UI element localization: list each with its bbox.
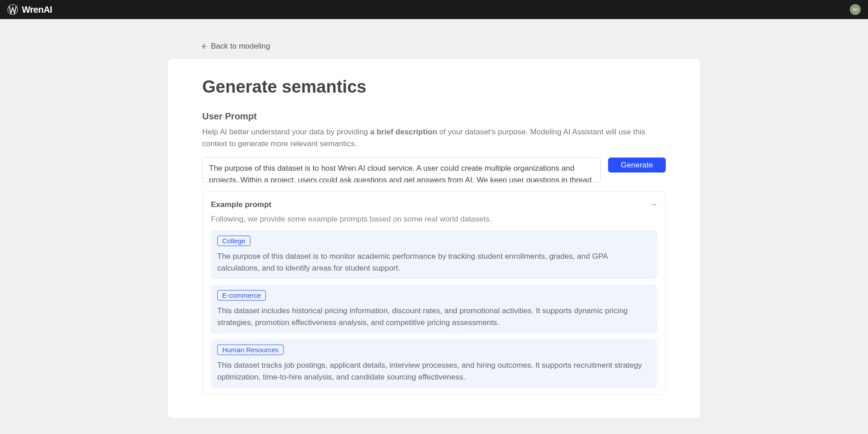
example-tag: College [217, 236, 250, 246]
back-to-modeling-link[interactable]: Back to modeling [168, 42, 700, 51]
example-text: This dataset includes historical pricing… [217, 305, 651, 328]
example-tag: E-commerce [217, 290, 266, 301]
example-item-college[interactable]: College The purpose of this dataset is t… [211, 230, 657, 279]
example-header: Example prompt [211, 200, 657, 209]
wren-logo-icon [7, 4, 18, 15]
main-card: Generate semantics User Prompt Help AI b… [168, 59, 700, 418]
arrow-left-icon [201, 43, 207, 49]
logo-text: WrenAI [22, 5, 52, 15]
generate-button[interactable]: Generate [608, 158, 666, 173]
example-prompt-title: Example prompt [211, 200, 271, 209]
user-prompt-description: Help AI better understand your data by p… [202, 126, 666, 149]
example-text: This dataset tracks job postings, applic… [217, 360, 651, 383]
page-title: Generate semantics [202, 77, 666, 97]
example-prompt-panel: Example prompt Following, we provide som… [202, 192, 666, 395]
back-link-label: Back to modeling [211, 42, 270, 51]
avatar-initials: WI [853, 7, 858, 12]
svg-point-0 [8, 5, 18, 15]
example-item-hr[interactable]: Human Resources This dataset tracks job … [211, 339, 657, 388]
app-header: WrenAI WI [0, 0, 868, 19]
minus-icon[interactable] [651, 202, 657, 208]
main-container: Back to modeling Generate semantics User… [168, 19, 700, 434]
example-text: The purpose of this dataset is to monito… [217, 251, 651, 274]
logo-section[interactable]: WrenAI [7, 4, 52, 15]
user-prompt-input[interactable] [202, 158, 601, 182]
example-tag: Human Resources [217, 345, 284, 355]
prompt-input-row: Generate [202, 158, 666, 182]
example-item-ecommerce[interactable]: E-commerce This dataset includes histori… [211, 285, 657, 334]
user-prompt-title: User Prompt [202, 111, 666, 122]
user-avatar[interactable]: WI [850, 4, 861, 15]
example-subdescription: Following, we provide some example promp… [211, 215, 657, 224]
